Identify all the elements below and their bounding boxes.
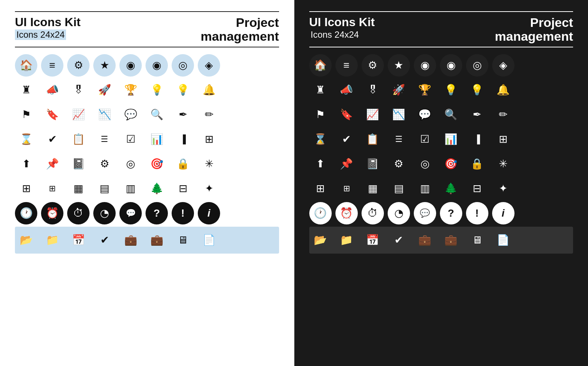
dark-row-1: ♜ 📣 🎖 🚀 🏆 💡 💡 🔔 bbox=[309, 79, 573, 101]
calendar-icon: 📅 bbox=[67, 229, 90, 251]
light-bottom-line bbox=[15, 47, 279, 47]
target2-icon: 🎯 bbox=[146, 153, 168, 175]
d-bookmark-icon: 🔖 bbox=[335, 103, 358, 126]
dark-bottom-line bbox=[309, 47, 573, 47]
d-clock-icon: 🕐 bbox=[309, 202, 332, 224]
chat-icon: 💬 bbox=[119, 202, 142, 224]
dark-project: Project bbox=[495, 16, 573, 30]
d-medal-icon: 🎖 bbox=[362, 79, 384, 101]
exclamation-icon: ! bbox=[172, 202, 194, 224]
dark-row-3: ⌛ ✔ 📋 ☰ ☑ 📊 ▐ ⊞ bbox=[309, 128, 573, 151]
d-hierarchy-icon: 🌲 bbox=[440, 177, 462, 200]
rocket-icon: 🚀 bbox=[93, 79, 116, 101]
d-checklist-icon: ☑ bbox=[414, 128, 436, 151]
light-row-1: ♜ 📣 🎖 🚀 🏆 💡 💡 🔔 bbox=[15, 79, 279, 101]
dark-header-right: Project management bbox=[495, 16, 573, 44]
d-tree-icon: ⊟ bbox=[466, 177, 488, 200]
light-project: Project bbox=[201, 16, 279, 30]
d-bell-icon: 🔔 bbox=[492, 79, 514, 101]
users-icon: ◎ bbox=[172, 54, 194, 77]
d-bar-chart-icon: 📊 bbox=[440, 128, 462, 151]
presentation-icon: 📌 bbox=[41, 153, 63, 175]
folder-open-icon: 📂 bbox=[15, 229, 37, 251]
layout3-icon: ▥ bbox=[119, 177, 142, 200]
d-layout3-icon: ▥ bbox=[414, 177, 436, 200]
hourglass-icon: ⌛ bbox=[15, 128, 37, 151]
dark-row-7: 📂 📁 📅 ✔ 💼 💼 🖥 📄 bbox=[309, 227, 573, 254]
agenda-icon: 📓 bbox=[67, 153, 90, 175]
layout1-icon: ▦ bbox=[67, 177, 90, 200]
light-management: management bbox=[201, 30, 279, 43]
lightbulb-icon: 💡 bbox=[146, 79, 168, 101]
pen-icon: ✒ bbox=[172, 103, 194, 126]
d-hourglass-icon: ⌛ bbox=[309, 128, 332, 151]
dark-panel: UI Icons Kit Icons 24x24 Project managem… bbox=[294, 0, 588, 366]
question-icon: ? bbox=[146, 202, 168, 224]
d-pen-icon: ✒ bbox=[466, 103, 488, 126]
light-row-4: ⬆ 📌 📓 ⚙ ◎ 🎯 🔒 ✳ bbox=[15, 153, 279, 175]
upload-icon: ⬆ bbox=[15, 153, 37, 175]
d-clipboard-icon: 📋 bbox=[362, 128, 384, 151]
home-icon: 🏠 bbox=[15, 54, 37, 77]
pencil-icon: ✏ bbox=[198, 103, 220, 126]
network-icon: ◈ bbox=[198, 54, 220, 77]
document-icon: 📄 bbox=[198, 229, 220, 251]
d-question-icon: ? bbox=[440, 202, 462, 224]
d-nodes-icon: ✳ bbox=[492, 153, 514, 175]
dark-icons-area: 🏠 ≡ ⚙ ★ ◉ ◉ ◎ ◈ ♜ 📣 🎖 🚀 🏆 💡 💡 🔔 ⚑ 🔖 📈 📉 bbox=[309, 54, 573, 355]
d-settings-icon: ⚙ bbox=[388, 153, 410, 175]
dark-row-0: 🏠 ≡ ⚙ ★ ◉ ◉ ◎ ◈ bbox=[309, 54, 573, 77]
user-add-icon: ◉ bbox=[146, 54, 168, 77]
light-top-line bbox=[15, 11, 279, 12]
d-calendar-icon: 📅 bbox=[362, 229, 384, 251]
chart-up-icon: 📈 bbox=[67, 103, 90, 126]
folder-icon: 📁 bbox=[41, 229, 63, 251]
checkmark-icon: ✔ bbox=[93, 229, 116, 251]
d-chart-up-icon: 📈 bbox=[362, 103, 384, 126]
d-pencil-icon: ✏ bbox=[492, 103, 514, 126]
grid-add-icon: ⊞ bbox=[41, 177, 63, 200]
d-info-icon: i bbox=[492, 202, 514, 224]
sliders-icon: ⚙ bbox=[67, 54, 90, 77]
d-check-icon: ✔ bbox=[335, 128, 358, 151]
d-messenger-icon: 💬 bbox=[414, 103, 436, 126]
layout2-icon: ▤ bbox=[93, 177, 116, 200]
d-monitor-icon: 🖥 bbox=[466, 229, 488, 251]
d-search-icon: 🔍 bbox=[440, 103, 462, 126]
bar-chart-icon: 📊 bbox=[146, 128, 168, 151]
light-subtitle: Icons 24x24 bbox=[15, 30, 66, 40]
star-icon: ★ bbox=[93, 54, 116, 77]
light-row-3: ⌛ ✔ 📋 ☰ ☑ 📊 ▐ ⊞ bbox=[15, 128, 279, 151]
d-target-icon: ◎ bbox=[414, 153, 436, 175]
org-chart-icon: ✦ bbox=[198, 177, 220, 200]
dark-row-5: ⊞ ⊞ ▦ ▤ ▥ 🌲 ⊟ ✦ bbox=[309, 177, 573, 200]
d-network-icon: ◈ bbox=[492, 54, 514, 77]
d-exclamation-icon: ! bbox=[466, 202, 488, 224]
d-presentation-icon: 📌 bbox=[335, 153, 358, 175]
d-sliders-icon: ⚙ bbox=[362, 54, 384, 77]
chess-rook-icon: ♜ bbox=[15, 79, 37, 101]
nodes-icon: ✳ bbox=[198, 153, 220, 175]
dark-title: UI Icons Kit bbox=[309, 16, 375, 29]
d-chat-icon: 💬 bbox=[414, 202, 436, 224]
trophy-icon: 🏆 bbox=[119, 79, 142, 101]
bell-icon: 🔔 bbox=[198, 79, 220, 101]
dark-top-line bbox=[309, 11, 573, 12]
messenger-icon: 💬 bbox=[119, 103, 142, 126]
d-folder-icon: 📁 bbox=[335, 229, 358, 251]
d-grid4-icon: ⊞ bbox=[492, 128, 514, 151]
d-briefcase-icon: 💼 bbox=[414, 229, 436, 251]
light-header-right: Project management bbox=[201, 16, 279, 44]
chart-down-icon: 📉 bbox=[93, 103, 116, 126]
pie-icon: ◔ bbox=[93, 202, 116, 224]
dark-subtitle: Icons 24x24 bbox=[309, 30, 360, 40]
d-users-icon: ◎ bbox=[466, 54, 488, 77]
d-pie-icon: ◔ bbox=[388, 202, 410, 224]
dark-row-6: 🕐 ⏰ ⏱ ◔ 💬 ? ! i bbox=[309, 202, 573, 224]
bookmark-icon: 🔖 bbox=[41, 103, 63, 126]
d-lightbulb-icon: 💡 bbox=[440, 79, 462, 101]
d-user-icon: ◉ bbox=[414, 54, 436, 77]
dark-header-left: UI Icons Kit Icons 24x24 bbox=[309, 16, 375, 40]
light-row-0: 🏠 ≡ ⚙ ★ ◉ ◉ ◎ ◈ bbox=[15, 54, 279, 77]
dark-row-2: ⚑ 🔖 📈 📉 💬 🔍 ✒ ✏ bbox=[309, 103, 573, 126]
